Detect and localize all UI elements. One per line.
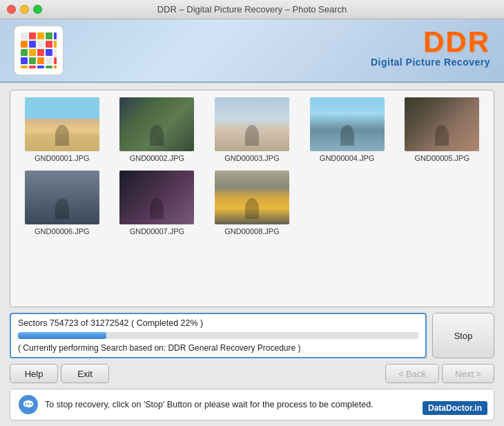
- photo-thumbnail: [405, 97, 479, 151]
- svg-point-27: [28, 403, 29, 405]
- window-controls: [7, 5, 42, 14]
- svg-rect-23: [46, 66, 52, 68]
- svg-rect-1: [29, 32, 36, 39]
- info-text: To stop recovery, click on 'Stop' Button…: [45, 400, 374, 409]
- svg-rect-14: [54, 49, 57, 56]
- help-button[interactable]: Help: [10, 364, 58, 383]
- info-icon: [19, 395, 38, 414]
- photo-label: GND00006.JPG: [35, 227, 89, 235]
- app-logo: [14, 26, 64, 75]
- svg-rect-8: [46, 41, 52, 48]
- next-button[interactable]: Next >: [442, 364, 494, 383]
- svg-rect-9: [54, 41, 57, 48]
- photo-thumbnail: [215, 97, 289, 151]
- photo-label: GND00004.JPG: [320, 154, 374, 162]
- svg-rect-2: [37, 32, 44, 39]
- progress-info-box: Sectors 754723 of 31272542 ( Completed 2…: [10, 313, 427, 358]
- list-item[interactable]: GND00002.JPG: [113, 97, 202, 162]
- svg-rect-12: [37, 49, 44, 56]
- photo-thumbnail: [25, 171, 99, 224]
- main-window: DDR Digital Picture Recovery GND00001.JP…: [0, 19, 504, 426]
- chat-bubble-icon: [22, 398, 35, 411]
- close-button[interactable]: [7, 5, 16, 14]
- svg-rect-10: [21, 49, 28, 56]
- svg-point-26: [25, 403, 26, 405]
- photo-thumbnail: [25, 97, 99, 151]
- list-item[interactable]: GND00008.JPG: [207, 171, 297, 235]
- list-item[interactable]: GND00006.JPG: [17, 171, 107, 235]
- list-item[interactable]: GND00005.JPG: [397, 97, 487, 162]
- photo-label: GND00007.JPG: [130, 227, 184, 235]
- svg-rect-11: [29, 49, 36, 56]
- photo-label: GND00008.JPG: [224, 227, 279, 235]
- photo-thumbnail: [119, 171, 194, 224]
- photo-label: GND00002.JPG: [130, 154, 184, 162]
- logo-icon: [20, 32, 57, 69]
- svg-rect-16: [29, 57, 36, 64]
- photo-grid-container[interactable]: GND00001.JPGGND00002.JPGGND00003.JPGGND0…: [10, 90, 494, 307]
- svg-rect-18: [46, 57, 52, 64]
- window-title: DDR – Digital Picture Recovery – Photo S…: [157, 4, 347, 14]
- progress-sectors-text: Sectors 754723 of 31272542 ( Completed 2…: [18, 318, 418, 328]
- svg-rect-15: [21, 57, 28, 64]
- svg-rect-7: [37, 41, 44, 48]
- titlebar: DDR – Digital Picture Recovery – Photo S…: [0, 0, 504, 19]
- back-button[interactable]: < Back: [385, 364, 439, 383]
- svg-rect-24: [54, 66, 57, 68]
- svg-rect-17: [37, 57, 44, 64]
- brand-subtitle: Digital Picture Recovery: [371, 57, 490, 68]
- photo-thumbnail: [310, 97, 385, 151]
- svg-rect-5: [21, 41, 28, 48]
- brand: DDR Digital Picture Recovery: [371, 28, 490, 68]
- photo-label: GND00001.JPG: [35, 154, 89, 162]
- svg-rect-13: [46, 49, 52, 56]
- brand-ddr: DDR: [371, 28, 490, 57]
- exit-button[interactable]: Exit: [61, 364, 109, 383]
- photo-label: GND00003.JPG: [224, 154, 279, 162]
- photo-thumbnail: [215, 171, 289, 224]
- stop-button[interactable]: Stop: [432, 313, 494, 358]
- svg-rect-4: [54, 32, 57, 39]
- photo-thumbnail: [119, 97, 194, 151]
- svg-rect-6: [29, 41, 36, 48]
- list-item[interactable]: GND00004.JPG: [302, 97, 392, 162]
- header: DDR Digital Picture Recovery: [0, 19, 504, 83]
- watermark: DataDoctor.in: [423, 401, 487, 415]
- svg-rect-20: [21, 66, 28, 68]
- nav-bar: Help Exit < Back Next >: [10, 364, 494, 383]
- list-item[interactable]: GND00003.JPG: [207, 97, 297, 162]
- progress-bar-container: [18, 332, 418, 339]
- photo-label: GND00005.JPG: [414, 154, 469, 162]
- progress-bar-fill: [18, 332, 106, 339]
- progress-area: Sectors 754723 of 31272542 ( Completed 2…: [10, 313, 494, 358]
- progress-status-text: ( Currently performing Search based on: …: [18, 343, 418, 353]
- svg-rect-21: [29, 66, 36, 68]
- svg-rect-0: [21, 32, 28, 39]
- photo-grid: GND00001.JPGGND00002.JPGGND00003.JPGGND0…: [17, 97, 487, 235]
- svg-rect-19: [54, 57, 57, 64]
- svg-point-28: [30, 403, 32, 405]
- list-item[interactable]: GND00007.JPG: [113, 171, 202, 235]
- info-bar: To stop recovery, click on 'Stop' Button…: [10, 389, 494, 420]
- content-area: GND00001.JPGGND00002.JPGGND00003.JPGGND0…: [0, 83, 504, 426]
- minimize-button[interactable]: [20, 5, 29, 14]
- list-item[interactable]: GND00001.JPG: [17, 97, 107, 162]
- maximize-button[interactable]: [33, 5, 42, 14]
- svg-rect-22: [37, 66, 44, 68]
- svg-rect-3: [46, 32, 52, 39]
- info-bar-wrap: To stop recovery, click on 'Stop' Button…: [10, 389, 494, 420]
